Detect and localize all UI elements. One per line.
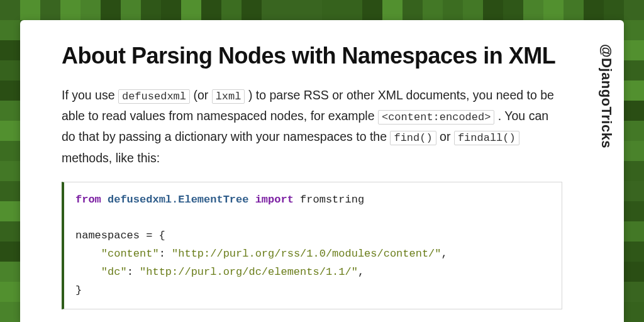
article-content: About Parsing Nodes with Namespaces in X… [20,20,589,322]
code-text: : [127,266,140,278]
code-module: defusedxml.ElementTree [108,194,248,206]
text: or [436,130,454,143]
code-string: "http://purl.org/dc/elements/1.1/" [140,266,358,278]
sidebar: @DjangoTricks [589,20,624,322]
code-string: "http://purl.org/rss/1.0/modules/content… [172,248,441,260]
text: methods, like this: [62,151,160,165]
twitter-handle: @DjangoTricks [598,44,614,148]
inline-code-findall: findall() [454,131,519,145]
text: (or [190,88,212,102]
code-string: "content" [101,248,159,260]
inline-code-content-encoded: <content:encoded> [378,110,494,125]
code-string: "dc" [101,266,127,278]
code-indent [75,248,101,260]
code-import-name: fromstring [294,194,364,206]
code-line: namespaces = { [75,230,165,242]
code-line: } [75,284,82,296]
text: If you use [62,88,118,102]
inline-code-lxml: lxml [212,89,245,104]
code-keyword-import: import [255,194,294,206]
code-block: from defusedxml.ElementTree import froms… [62,182,562,309]
inline-code-defusedxml: defusedxml [118,89,190,104]
article-title: About Parsing Nodes with Namespaces in X… [62,43,562,69]
inline-code-find: find() [390,131,436,145]
article-paragraph: If you use defusedxml (or lxml ) to pars… [62,85,562,167]
code-indent [75,266,101,278]
code-keyword-from: from [75,194,101,206]
code-text: : [159,248,172,260]
article-card: About Parsing Nodes with Namespaces in X… [20,20,624,322]
code-text: , [358,266,364,278]
code-text: , [441,248,448,260]
